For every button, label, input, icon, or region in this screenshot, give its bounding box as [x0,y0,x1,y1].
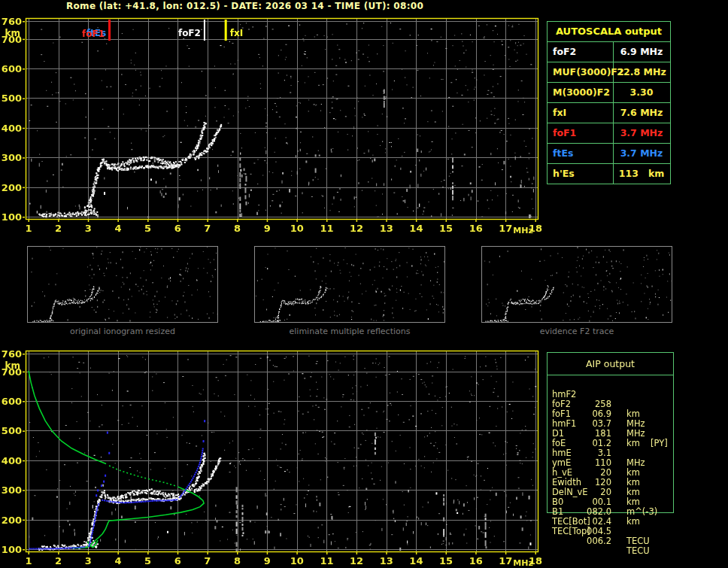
param-value: 113 km [614,164,669,184]
aip-table-body: hmF2 258 km foF2 06.9 MHz foF1 03.7 MHz … [548,380,673,527]
aip-row: foE 3.1 MHz [548,429,673,439]
bottom-ionogram-canvas [0,342,549,568]
param-value: 6.9 MHz [614,42,669,62]
param-value: 7.6 MHz [614,103,669,123]
table-row: M(3000)F2 3.30 [548,83,670,103]
thumbnail-f2trace: evidence F2 trace [481,246,672,336]
param-name: TEC[Top] [552,527,590,536]
param-value: 3.7 MHz [614,123,669,143]
aip-output-table: AIP output hmF2 258 km foF2 06.9 MHz foF… [547,352,674,513]
aip-row: h_vE 120 km [548,458,673,468]
aip-row: B1 02.4 [548,497,673,507]
autoscala-table-body: foF2 6.9 MHz MUF(3000)F2 22.8 MHz M(3000… [548,42,670,184]
table-row: foF1 3.7 MHz [548,123,670,144]
table-row: h'Es 113 km [548,164,670,184]
param-label: ftEs [553,144,573,163]
aip-row: D1 01.2 [548,419,673,429]
table-row: fxI 7.6 MHz [548,103,670,123]
aip-row: TEC[Top] 006.2 TECU [548,517,673,527]
thumbnail-original-caption: original ionogram resized [27,327,218,336]
table-row: foF2 6.9 MHz [548,42,670,62]
param-unit: TECU [626,546,650,556]
thumbnail-noreflections-canvas [255,247,444,322]
param-label: fxI [553,103,566,123]
aip-row: foF2 06.9 MHz [548,390,673,399]
aip-table-header: AIP output [548,353,673,375]
thumbnail-noreflections-caption: eliminate multiple reflections [254,327,445,336]
aip-row: Ewidth 20 km [548,468,673,478]
autoscala-table-header: AUTOSCALA output [548,22,670,42]
aip-row: hmF2 258 km [548,380,673,390]
thumbnail-original-canvas [28,247,217,322]
param-label: M(3000)F2 [553,83,610,102]
aip-row: foF1 03.7 MHz [PY] [548,399,673,409]
autoscala-window: Rome (lat: +41.8, lon: 012.5) - DATE: 20… [0,0,728,568]
thumbnail-original: original ionogram resized [27,246,218,336]
autoscala-output-table: AUTOSCALA output foF2 6.9 MHz MUF(3000)F… [547,21,671,184]
aip-row: TEC[Bot] 004.5 TECU [548,507,673,517]
aip-row: hmF1 181 km [548,409,673,419]
param-value: 3.30 [614,83,669,102]
param-label: foF2 [553,42,576,62]
table-row: MUF(3000)F2 22.8 MHz [548,62,670,83]
table-row: ftEs 3.7 MHz [548,144,670,164]
param-label: foF1 [553,123,576,143]
aip-row: ymE 20 km [548,448,673,458]
aip-row: hmE 110 km [548,439,673,448]
param-value: 3.7 MHz [614,144,669,163]
param-label: h'Es [553,164,575,184]
param-value: 22.8 MHz [614,62,669,82]
thumbnail-noreflections: eliminate multiple reflections [254,246,445,336]
thumbnail-original-box [27,246,218,323]
top-ionogram-canvas [0,9,549,241]
thumbnail-noreflections-box [254,246,445,323]
aip-row: DelN_vE 00.1 m^(-3) [548,478,673,488]
thumbnail-f2trace-box [481,246,672,323]
thumbnail-f2trace-caption: evidence F2 trace [481,327,672,336]
thumbnail-f2trace-canvas [482,247,672,322]
aip-row: B0 082.0 km [548,488,673,497]
param-value: 006.2 [574,536,611,546]
